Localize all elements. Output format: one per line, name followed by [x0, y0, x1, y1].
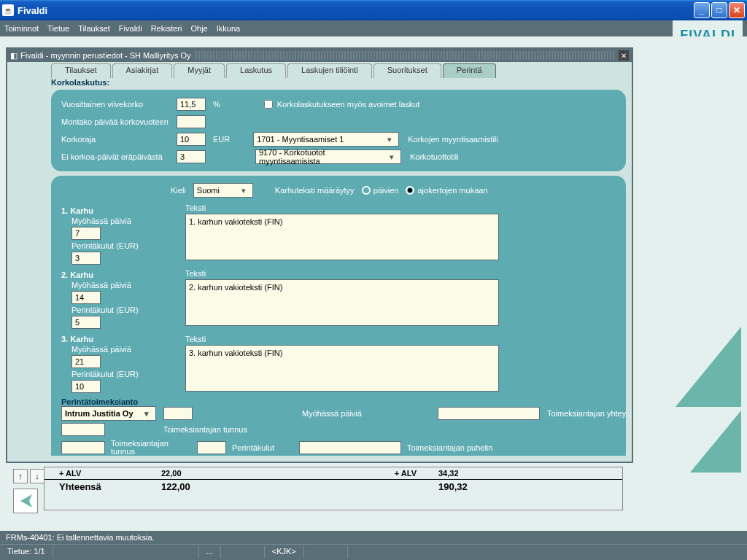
korkoraja-label: Korkoraja — [61, 135, 177, 144]
korkovuoteen-label: Montako päivää korkovuoteen — [61, 117, 177, 126]
tab-laskutus[interactable]: Laskutus — [226, 63, 286, 78]
avoimet-laskut-checkbox[interactable] — [264, 100, 273, 109]
myyntisaamistili-label: Korkojen myyntisaamistili — [408, 135, 498, 144]
karhu1-title: 1. Karhu — [61, 206, 178, 215]
perinta-title: Perintätoimeksianto — [61, 397, 616, 406]
alv-value2: 34,32 — [438, 469, 459, 478]
cost-label: Perintäkulut — [232, 443, 293, 452]
tab-row: Tilaukset Asiakirjat Myyjät Laskutus Las… — [7, 62, 632, 78]
tab-asiakirjat[interactable]: Asiakirjat — [112, 63, 173, 78]
inner-titlebar: ◧ Fivaldi - myynnin perustiedot - SH Mal… — [7, 49, 632, 62]
karhu3-cost-input[interactable] — [71, 380, 101, 393]
radio-ajokertojen[interactable]: ajokertojen mukaan — [406, 186, 487, 195]
viivekorko-label: Vuosittainen viivekorko — [61, 100, 177, 109]
karhu3-text-label: Teksti — [185, 335, 616, 343]
total-value2: 190,32 — [438, 481, 468, 492]
total-label: Yhteensä — [59, 481, 161, 492]
chevron-down-icon: ▾ — [238, 186, 249, 195]
karhu3-late-input[interactable] — [71, 355, 101, 368]
menu-ikkuna[interactable]: Ikkuna — [217, 24, 240, 33]
status-tietue: Tietue: 1/1 — [0, 546, 53, 558]
karhu1-text-input[interactable] — [185, 214, 499, 260]
inner-window: ◧ Fivaldi - myynnin perustiedot - SH Mal… — [6, 47, 633, 463]
minimize-button[interactable]: _ — [694, 2, 710, 18]
content-area: Korkolaskutus: Vuosittainen viivekorko %… — [51, 78, 626, 456]
menu-bar: Toiminnot Tietue Tilaukset Fivaldi Rekis… — [0, 20, 747, 36]
tab-suoritukset[interactable]: Suoritukset — [374, 63, 441, 78]
menu-toiminnot[interactable]: Toiminnot — [4, 24, 39, 33]
perinta-cost-field[interactable] — [197, 441, 226, 454]
karhu2-cost-input[interactable] — [71, 316, 101, 329]
up-icon[interactable]: ↑ — [13, 469, 28, 483]
menu-rekisteri[interactable]: Rekisteri — [151, 24, 182, 33]
alv-value1: 22,00 — [161, 469, 271, 478]
karhu-panel: Kieli Suomi▾ Karhuteksti määräytyy päivi… — [51, 176, 626, 456]
nav-arrow-icon[interactable] — [13, 489, 38, 513]
viivekorko-unit: % — [213, 100, 220, 109]
karhu1-text-label: Teksti — [185, 203, 616, 212]
radio-paivien[interactable]: päivien — [362, 186, 399, 195]
tab-tilointi[interactable]: Laskujen tiliöinti — [287, 63, 372, 78]
down-icon[interactable]: ↓ — [30, 469, 44, 483]
chevron-down-icon: ▾ — [141, 409, 152, 419]
tunnus-label: Toimeksiantajan tunnus — [111, 440, 191, 456]
perinta-tunnus-field[interactable] — [61, 441, 105, 454]
avoimet-laskut-label: Korkolaskutukseen myös avoimet laskut — [277, 100, 420, 109]
karhu2-cost-label: Perintäkulut (EUR) — [71, 306, 178, 314]
totals-panel: + ALV 22,00 + ALV 34,32 Yhteensä 122,00 … — [44, 467, 623, 510]
perinta-yht-label: Toimeksiantajan yhteyshenkilö — [547, 409, 626, 418]
chevron-down-icon: ▾ — [384, 135, 395, 144]
korkolaskutus-heading: Korkolaskutus: — [51, 78, 626, 87]
karhu2-text-input[interactable] — [185, 279, 499, 326]
korkotuottotili-label: Korkotuottotili — [410, 152, 459, 161]
korkoraja-input[interactable] — [177, 133, 206, 146]
perinta-section: Perintätoimeksianto Intrum Justitia Oy▾ … — [61, 397, 616, 456]
menu-ohje[interactable]: Ohje — [190, 24, 207, 33]
korkoraja-unit: EUR — [213, 135, 230, 144]
puhelin-input[interactable] — [299, 441, 401, 454]
perinta-tunnus-input[interactable] — [61, 423, 105, 436]
karhu3-cost-label: Perintäkulut (EUR) — [71, 370, 178, 378]
perinta-late-small[interactable] — [163, 407, 193, 420]
kieli-label: Kieli — [171, 186, 186, 195]
maximize-button[interactable]: □ — [711, 2, 727, 18]
total-value1: 122,00 — [161, 481, 271, 492]
window-titlebar: ☕ Fivaldi _ □ ✕ — [0, 0, 747, 20]
inner-close-button[interactable]: ✕ — [619, 50, 629, 61]
window-title: Fivaldi — [18, 5, 694, 16]
java-icon: ☕ — [2, 4, 14, 16]
korkotuottotili-select[interactable]: 9170 - Korkotuotot myyntisaamisista▾ — [255, 149, 401, 164]
karhu3-late-label: Myöhässä päiviä — [71, 345, 178, 354]
decor-shape — [654, 327, 741, 487]
tab-tilaukset[interactable]: Tilaukset — [51, 63, 111, 78]
status-message: FRMs-40401: Ei tallennettavia muutoksia. — [0, 531, 747, 545]
menu-tietue[interactable]: Tietue — [47, 24, 69, 33]
viivekorko-input[interactable] — [177, 98, 206, 111]
tab-perinta[interactable]: Perintä — [443, 63, 496, 78]
close-button[interactable]: ✕ — [729, 2, 745, 18]
karhu1-cost-input[interactable] — [71, 252, 101, 265]
puhelin-label: Toimeksiantajan puhelin — [407, 443, 492, 452]
karhu1-late-input[interactable] — [71, 227, 101, 240]
perinta-tunnus-label: Toimeksiantajan tunnus — [163, 426, 302, 434]
perinta-late-input[interactable] — [438, 407, 540, 420]
korkovuoteen-input[interactable] — [177, 115, 206, 128]
karhu2-late-input[interactable] — [71, 291, 101, 304]
karhu2-title: 2. Karhu — [61, 271, 178, 279]
kieli-select[interactable]: Suomi▾ — [193, 183, 253, 198]
status-bar: FRMs-40401: Ei tallennettavia muutoksia.… — [0, 531, 747, 560]
karhu1-cost-label: Perintäkulut (EUR) — [71, 241, 178, 250]
status-kjk: <KJK> — [265, 546, 304, 558]
status-dots: ... — [199, 546, 221, 558]
karhu3-title: 3. Karhu — [61, 335, 178, 343]
eikorkoa-label: Ei korkoa-päivät eräpäivästä — [61, 152, 177, 161]
karhu3-text-input[interactable] — [185, 345, 499, 392]
myyntisaamistili-select[interactable]: 1701 - Myyntisaamiset 1▾ — [253, 132, 399, 147]
tab-myyjat[interactable]: Myyjät — [174, 63, 225, 78]
alv-label: + ALV — [59, 469, 161, 478]
eikorkoa-input[interactable] — [177, 150, 206, 163]
perinta-late-label: Myöhässä päiviä — [302, 409, 438, 418]
menu-fivaldi[interactable]: Fivaldi — [119, 24, 142, 33]
perinta-provider-select[interactable]: Intrum Justitia Oy▾ — [61, 406, 156, 421]
menu-tilaukset[interactable]: Tilaukset — [78, 24, 110, 33]
